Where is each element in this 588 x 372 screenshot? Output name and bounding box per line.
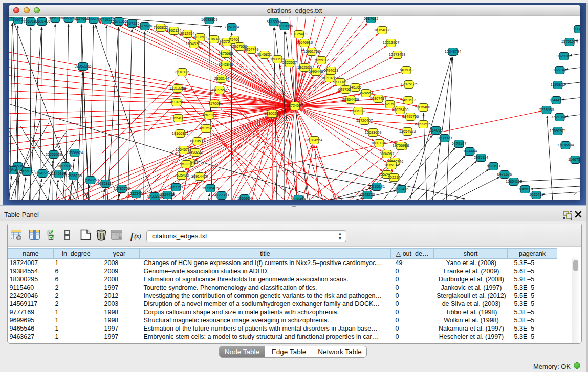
svg-text:8427552: 8427552 — [212, 87, 227, 92]
svg-text:10958117: 10958117 — [97, 181, 114, 186]
svg-text:8454749: 8454749 — [244, 47, 258, 52]
svg-text:13654923: 13654923 — [399, 129, 416, 134]
svg-text:19756928: 19756928 — [393, 143, 409, 148]
svg-text:7515526: 7515526 — [138, 24, 152, 28]
svg-text:953594: 953594 — [200, 126, 212, 130]
svg-text:9474444: 9474444 — [463, 149, 477, 154]
svg-text:7986322: 7986322 — [351, 108, 365, 113]
svg-text:8878533: 8878533 — [190, 139, 205, 143]
svg-text:15720407: 15720407 — [356, 118, 373, 123]
svg-text:9245612: 9245612 — [518, 187, 532, 191]
svg-text:1610755: 1610755 — [169, 100, 184, 104]
svg-text:12505135: 12505135 — [66, 173, 82, 178]
svg-text:2087682: 2087682 — [364, 17, 378, 21]
svg-text:1145193: 1145193 — [52, 171, 66, 176]
svg-text:4122303: 4122303 — [214, 193, 229, 198]
svg-text:9463627: 9463627 — [401, 98, 416, 102]
svg-text:9115460: 9115460 — [416, 105, 430, 110]
svg-text:2718126: 2718126 — [175, 70, 189, 74]
svg-text:12975125: 12975125 — [401, 82, 417, 86]
svg-text:16033809: 16033809 — [201, 17, 217, 22]
svg-text:16210643: 16210643 — [552, 115, 568, 119]
svg-text:17016504: 17016504 — [557, 143, 574, 147]
svg-text:10807487: 10807487 — [370, 96, 386, 101]
svg-text:8324415: 8324415 — [160, 192, 175, 197]
svg-text:13125419: 13125419 — [291, 32, 307, 36]
svg-text:20206536: 20206536 — [46, 152, 62, 157]
svg-text:15751074: 15751074 — [561, 39, 578, 44]
svg-text:15136141: 15136141 — [368, 184, 385, 189]
svg-text:12942757: 12942757 — [34, 171, 51, 176]
svg-text:3215958: 3215958 — [539, 107, 554, 112]
svg-text:1146753: 1146753 — [568, 157, 580, 162]
svg-text:8960124: 8960124 — [167, 28, 181, 33]
svg-text:9457791: 9457791 — [169, 185, 183, 189]
svg-text:20364436: 20364436 — [342, 97, 359, 102]
svg-text:16782759: 16782759 — [114, 186, 130, 191]
svg-text:1733426: 1733426 — [394, 187, 408, 191]
svg-text:9138454: 9138454 — [291, 196, 306, 200]
svg-text:164095: 164095 — [430, 128, 442, 133]
svg-text:2803144: 2803144 — [214, 76, 229, 81]
svg-text:16154808: 16154808 — [374, 28, 390, 32]
svg-text:7485063: 7485063 — [399, 68, 413, 72]
svg-text:6543210: 6543210 — [360, 192, 375, 197]
svg-text:11156829: 11156829 — [18, 169, 34, 173]
svg-text:417006: 417006 — [208, 101, 221, 106]
svg-text:9329966: 9329966 — [557, 54, 571, 58]
svg-text:18724007: 18724007 — [287, 103, 303, 108]
svg-text:3624554: 3624554 — [359, 91, 373, 95]
svg-text:17359924: 17359924 — [67, 150, 83, 155]
svg-text:1293822: 1293822 — [551, 82, 565, 87]
svg-text:19166825: 19166825 — [172, 131, 188, 136]
svg-text:12213369: 12213369 — [169, 86, 186, 91]
svg-text:3267110: 3267110 — [202, 113, 216, 117]
svg-text:6479197: 6479197 — [452, 141, 466, 146]
svg-text:6990448: 6990448 — [309, 69, 323, 74]
svg-text:9327502: 9327502 — [193, 35, 207, 39]
svg-text:9146821: 9146821 — [257, 52, 272, 57]
svg-text:16543362: 16543362 — [186, 41, 202, 46]
svg-text:9242848: 9242848 — [219, 62, 233, 67]
svg-text:1244419: 1244419 — [549, 98, 563, 102]
svg-text:1065411: 1065411 — [529, 192, 543, 197]
svg-text:15692971: 15692971 — [550, 128, 566, 133]
svg-text:9084067: 9084067 — [380, 151, 394, 156]
svg-text:17957253: 17957253 — [82, 178, 99, 182]
svg-text:18495756: 18495756 — [402, 114, 419, 119]
svg-text:10973493: 10973493 — [389, 52, 405, 57]
svg-text:3498222: 3498222 — [188, 150, 203, 155]
svg-text:8471676: 8471676 — [497, 172, 512, 177]
svg-text:9777169: 9777169 — [333, 80, 347, 84]
svg-text:8938923: 8938923 — [438, 136, 452, 140]
svg-text:7625402: 7625402 — [175, 173, 189, 178]
svg-text:2935114: 2935114 — [474, 155, 488, 160]
svg-text:9899695: 9899695 — [416, 122, 430, 126]
svg-text:10688609: 10688609 — [365, 130, 381, 135]
svg-text:18300295: 18300295 — [264, 111, 280, 116]
svg-text:7857214: 7857214 — [225, 25, 239, 29]
svg-text:16914479: 16914479 — [191, 174, 208, 179]
svg-text:16961758: 16961758 — [303, 49, 320, 54]
svg-text:19654985: 19654985 — [170, 116, 186, 120]
svg-text:9227342: 9227342 — [553, 68, 567, 72]
svg-text:19218906: 19218906 — [276, 24, 293, 28]
svg-text:16640910: 16640910 — [296, 40, 313, 45]
svg-text:90975887: 90975887 — [57, 164, 74, 168]
svg-text:12213967: 12213967 — [383, 40, 399, 45]
svg-text:6794028: 6794028 — [324, 68, 338, 73]
svg-text:746266: 746266 — [349, 85, 361, 90]
svg-text:18807249: 18807249 — [371, 141, 387, 145]
svg-text:75466: 75466 — [229, 37, 239, 42]
svg-text:10654112: 10654112 — [506, 179, 522, 184]
svg-text:5322037: 5322037 — [282, 60, 297, 65]
svg-text:10648784: 10648784 — [445, 49, 461, 54]
svg-text:15716485: 15716485 — [202, 186, 219, 190]
svg-text:5346721: 5346721 — [9, 167, 13, 171]
svg-text:29053346: 29053346 — [75, 64, 91, 69]
svg-text:1615132: 1615132 — [384, 163, 399, 167]
svg-text:7663822: 7663822 — [154, 25, 168, 30]
svg-text:1065934: 1065934 — [237, 196, 252, 200]
svg-text:953231: 953231 — [180, 162, 192, 166]
svg-text:19384554: 19384554 — [306, 138, 322, 142]
